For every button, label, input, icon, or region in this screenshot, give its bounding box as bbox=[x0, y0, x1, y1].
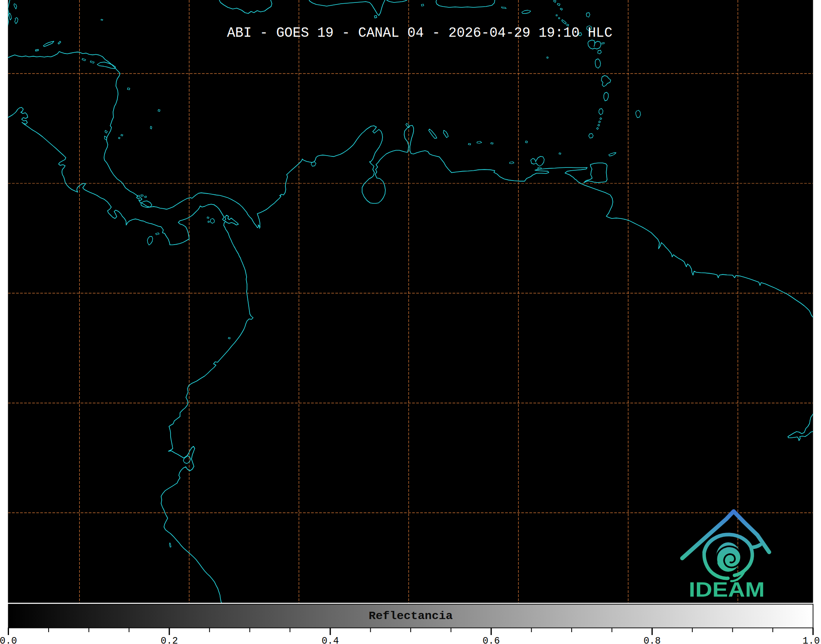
svg-text:0.0: 0.0 bbox=[0, 635, 17, 644]
svg-text:0.2: 0.2 bbox=[161, 635, 178, 644]
svg-text:0.8: 0.8 bbox=[643, 635, 661, 644]
svg-text:ABI - GOES 19 - CANAL 04 - 202: ABI - GOES 19 - CANAL 04 - 2026-04-29 19… bbox=[227, 25, 612, 41]
svg-text:0.4: 0.4 bbox=[322, 635, 339, 644]
svg-text:IDEAM: IDEAM bbox=[689, 578, 765, 601]
svg-text:0.6: 0.6 bbox=[483, 635, 500, 644]
svg-text:1.0: 1.0 bbox=[803, 635, 820, 644]
svg-text:Reflectancia: Reflectancia bbox=[369, 609, 453, 623]
